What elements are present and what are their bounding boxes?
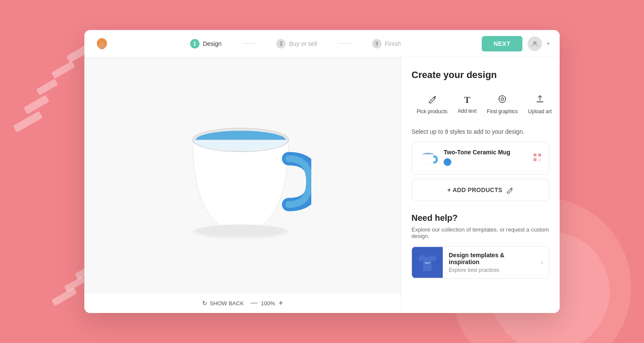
canvas-toolbar: ↻ SHOW BACK 100% + <box>84 293 401 313</box>
product-card-0[interactable]: Two-Tone Ceramic Mug <box>411 142 549 175</box>
add-text-icon: T <box>464 94 471 105</box>
mug-preview <box>84 57 401 293</box>
tool-upload-art[interactable]: Upload art <box>523 91 557 118</box>
show-back-button[interactable]: ↻ SHOW BACK <box>202 300 244 307</box>
product-thumb-0 <box>419 148 438 168</box>
product-name-0: Two-Tone Ceramic Mug <box>444 149 528 156</box>
svg-rect-14 <box>534 153 537 156</box>
pencil-icon <box>506 186 513 194</box>
add-text-label: Add text <box>458 108 477 114</box>
help-card-chevron-icon[interactable]: › <box>535 259 549 266</box>
mug-svg <box>174 98 311 253</box>
select-styles-text: Select up to 9 styles to add to your des… <box>411 128 549 135</box>
step-divider-1 <box>242 43 256 44</box>
help-card-title: Design templates & inspiration <box>449 252 529 265</box>
header: 1 Design 2 Buy or sell 3 Finish NEXT <box>84 30 560 57</box>
step-design[interactable]: 1 Design <box>190 39 222 48</box>
nav-steps: 1 Design 2 Buy or sell 3 Finish <box>109 39 482 48</box>
add-products-label: + ADD PRODUCTS <box>447 187 503 193</box>
show-back-label: SHOW BACK <box>210 300 244 307</box>
app-window: 1 Design 2 Buy or sell 3 Finish NEXT <box>84 30 560 313</box>
tool-pick-products[interactable]: Pick products <box>411 91 453 118</box>
design-tools: Pick products T Add text <box>411 91 549 118</box>
step-2-label: Buy or sell <box>289 40 317 47</box>
refresh-icon: ↻ <box>202 300 207 307</box>
product-info-0: Two-Tone Ceramic Mug <box>444 149 528 168</box>
zoom-minus-icon[interactable] <box>250 303 257 304</box>
next-button[interactable]: NEXT <box>482 36 522 51</box>
help-info: Design templates & inspiration Explore b… <box>443 247 535 278</box>
logo <box>95 36 109 51</box>
svg-rect-16 <box>534 158 537 161</box>
right-panel: Create your design Pick products T Add t… <box>401 57 560 313</box>
step-buy-or-sell[interactable]: 2 Buy or sell <box>276 39 317 48</box>
zoom-controls: 100% + <box>250 299 283 307</box>
need-help-title: Need help? <box>411 213 549 223</box>
step-3-label: Finish <box>385 40 401 47</box>
step-2-number: 2 <box>276 39 286 48</box>
svg-rect-15 <box>538 153 541 156</box>
tool-add-text[interactable]: T Add text <box>453 91 482 118</box>
main-content: ↻ SHOW BACK 100% + Create your design <box>84 57 560 313</box>
find-graphics-icon <box>498 94 507 106</box>
zoom-plus-icon[interactable]: + <box>279 299 283 307</box>
header-right: NEXT ▾ <box>482 36 549 51</box>
upload-art-icon <box>535 94 545 106</box>
product-color-swatch-0[interactable] <box>444 158 451 166</box>
help-thumb <box>412 247 443 278</box>
avatar-chevron-icon[interactable]: ▾ <box>547 41 549 46</box>
avatar-button[interactable] <box>528 36 542 51</box>
add-products-button[interactable]: + ADD PRODUCTS <box>411 179 549 201</box>
pick-products-icon <box>427 94 437 106</box>
step-finish[interactable]: 3 Finish <box>372 39 401 48</box>
help-card[interactable]: Design templates & inspiration Explore b… <box>411 246 549 279</box>
step-1-number: 1 <box>190 39 200 48</box>
step-divider-2 <box>338 43 352 44</box>
grid-add-icon <box>533 153 542 162</box>
canvas-area: ↻ SHOW BACK 100% + <box>84 57 401 313</box>
tool-find-graphics[interactable]: Find graphics <box>482 91 523 118</box>
help-card-subtitle: Explore best practices <box>449 267 529 273</box>
pick-products-label: Pick products <box>417 108 447 114</box>
svg-point-7 <box>501 98 504 100</box>
step-3-number: 3 <box>372 39 382 48</box>
find-graphics-label: Find graphics <box>487 108 518 114</box>
need-help-text: Explore our collection of templates, or … <box>411 226 549 239</box>
zoom-value: 100% <box>261 300 275 307</box>
panel-title: Create your design <box>411 69 549 81</box>
svg-point-4 <box>196 225 286 236</box>
step-1-label: Design <box>203 40 222 47</box>
upload-art-label: Upload art <box>528 108 552 114</box>
product-action-0[interactable] <box>533 153 542 164</box>
svg-point-6 <box>499 96 506 102</box>
